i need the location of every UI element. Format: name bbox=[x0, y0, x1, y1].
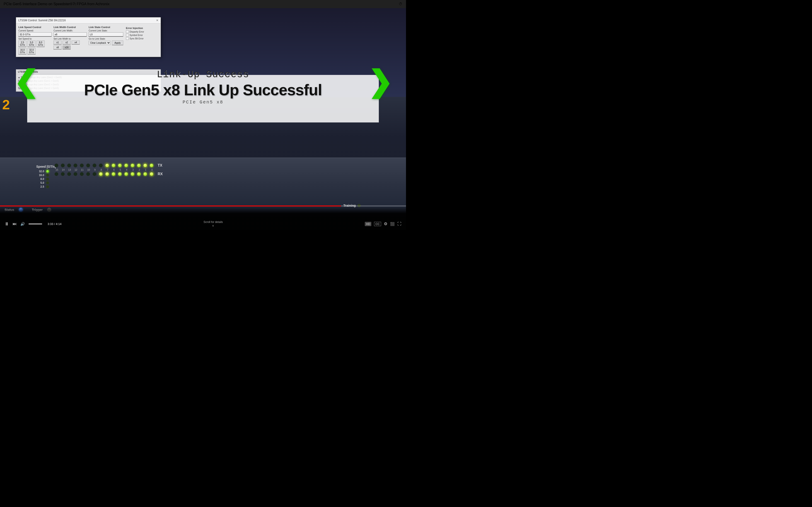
speed-btn-32[interactable]: 32.0GT/s bbox=[28, 48, 36, 55]
speed-row-8: 8.0 bbox=[36, 177, 56, 181]
tx-led-11 bbox=[80, 163, 84, 168]
set-width-label: Set Link Width to: bbox=[53, 38, 87, 40]
tx-led-0 bbox=[150, 163, 154, 168]
width-btn-x1[interactable]: x1 bbox=[53, 41, 62, 45]
page-title: PCIe Gen5 Interface Demo on Speedster®7t… bbox=[4, 2, 109, 6]
link-width-section: Link Width Control Current Link Width: x… bbox=[53, 26, 87, 55]
width-btn-x8[interactable]: x8 bbox=[53, 46, 62, 50]
symbol-error-label: Symbol Error bbox=[130, 34, 143, 37]
tx-led-12 bbox=[73, 163, 78, 168]
controls-left: ⏸ ⏭ 🔊 3:33 / 4:14 bbox=[5, 221, 61, 227]
lane-numbers: 15 14 13 12 11 10 9 8 7 6 5 4 3 2 1 0 bbox=[54, 168, 163, 171]
rx-led-12 bbox=[73, 172, 78, 176]
tx-led-15 bbox=[54, 163, 58, 168]
state-select-row: Clear Loopback Apply bbox=[89, 41, 123, 45]
chevron-left-icon: ❮ bbox=[14, 67, 38, 97]
current-speed-value: 32.0 GT/s bbox=[18, 33, 52, 37]
rx-label: RX bbox=[158, 172, 163, 176]
controls-right: HD CC ⚙ ⬛ ⛶ bbox=[365, 221, 401, 226]
tx-led-8 bbox=[99, 163, 103, 168]
link-state-section: Link State Control Current Link State: L… bbox=[89, 26, 123, 55]
speed-row-16: 16.0 bbox=[36, 174, 56, 177]
speed-led-16 bbox=[46, 174, 49, 177]
play-pause-button[interactable]: ⏸ bbox=[5, 221, 9, 227]
fullscreen-button[interactable]: ⛶ bbox=[397, 222, 401, 226]
top-bar: PCIe Gen5 Interface Demo on Speedster®7t… bbox=[0, 0, 406, 8]
rx-led-5 bbox=[118, 172, 122, 176]
next-button[interactable]: ⏭ bbox=[13, 222, 17, 226]
speed-title: Speed [GT/s] bbox=[36, 165, 56, 168]
rx-led-3 bbox=[131, 172, 135, 176]
speed-led-32 bbox=[46, 170, 49, 173]
go-to-state-label: Go to Link State: bbox=[89, 38, 123, 40]
speed-buttons: 2.5GT/s 5.0GT/s 8.0GT/s 16.0GT/s 32.0GT/… bbox=[18, 41, 52, 55]
ltssm-title: LTSSM Control: Summit Z58 SN:22216 bbox=[18, 19, 66, 22]
tx-led-14 bbox=[61, 163, 65, 168]
state-dropdown[interactable]: Clear Loopback bbox=[89, 41, 111, 45]
sync-bit-error-label: Sync Bit Error bbox=[130, 37, 144, 40]
link-width-title: Link Width Control bbox=[53, 26, 87, 29]
volume-bar[interactable] bbox=[29, 224, 42, 224]
speed-led-5 bbox=[46, 181, 49, 184]
symbol-error-checkbox[interactable] bbox=[126, 34, 129, 37]
set-speed-label: Set Speed to: bbox=[18, 38, 52, 40]
link-state-title: Link State Control bbox=[89, 26, 123, 29]
disparity-error-checkbox[interactable] bbox=[126, 30, 129, 33]
video-area[interactable]: 2 Speed [GT/s] 32.0 16.0 8.0 5.0 2.5 bbox=[0, 8, 406, 230]
speed-btn-2_5[interactable]: 2.5GT/s bbox=[18, 41, 27, 47]
scroll-for-details: Scroll for details bbox=[203, 220, 223, 224]
tx-led-7 bbox=[105, 163, 109, 168]
speed-labels: Speed [GT/s] 32.0 16.0 8.0 5.0 2.5 bbox=[36, 165, 56, 189]
clock-icon: ⏱ bbox=[399, 2, 402, 6]
speed-btn-5[interactable]: 5.0GT/s bbox=[28, 41, 36, 47]
speed-row-2_5: 2.5 bbox=[36, 185, 56, 188]
current-state-value: L0 bbox=[89, 33, 123, 37]
link-speed-title: Link Speed Control bbox=[18, 26, 52, 29]
error-injection-title: Error Injection bbox=[126, 27, 157, 30]
ltssm-window: LTSSM Control: Summit Z58 SN:22216 ✕ Lin… bbox=[16, 17, 161, 57]
rx-lane-row: RX bbox=[54, 172, 163, 176]
tx-led-6 bbox=[111, 163, 115, 168]
rx-led-14 bbox=[61, 172, 65, 176]
apply-button[interactable]: Apply bbox=[112, 41, 123, 45]
symbol-error-row: Symbol Error bbox=[126, 34, 157, 37]
sync-bit-error-checkbox[interactable] bbox=[126, 37, 129, 40]
ltssm-body: Link Speed Control Current Speed: 32.0 G… bbox=[16, 23, 161, 57]
width-btn-x4[interactable]: x4 bbox=[71, 41, 80, 45]
speed-btn-16[interactable]: 16.0GT/s bbox=[18, 48, 27, 55]
sync-bit-error-row: Sync Bit Error bbox=[126, 37, 157, 40]
tx-led-1 bbox=[143, 163, 147, 168]
subtitles-button[interactable]: CC bbox=[374, 222, 381, 226]
error-injection-section: Error Injection Disparity Error Symbol E… bbox=[125, 26, 158, 55]
tx-led-4 bbox=[124, 163, 128, 168]
controls-row: ⏸ ⏭ 🔊 3:33 / 4:14 Scroll for details ∨ H… bbox=[0, 220, 406, 230]
hd-button[interactable]: HD bbox=[365, 222, 371, 226]
width-btn-x2[interactable]: x2 bbox=[62, 41, 71, 45]
text-banner bbox=[27, 75, 379, 122]
bottom-controls: ⏸ ⏭ 🔊 3:33 / 4:14 Scroll for details ∨ H… bbox=[0, 207, 406, 230]
rx-led-13 bbox=[67, 172, 71, 176]
disparity-error-row: Disparity Error bbox=[126, 30, 157, 33]
speed-row-5: 5.0 bbox=[36, 181, 56, 184]
cast-button[interactable]: ⬛ bbox=[390, 222, 395, 226]
disparity-error-label: Disparity Error bbox=[130, 31, 144, 33]
speed-btn-8[interactable]: 8.0GT/s bbox=[37, 41, 45, 47]
rx-led-0 bbox=[150, 172, 154, 176]
rx-led-11 bbox=[80, 172, 84, 176]
controls-center: Scroll for details ∨ bbox=[203, 220, 223, 227]
tx-led-3 bbox=[131, 163, 135, 168]
speed-led-2_5 bbox=[46, 185, 49, 188]
scroll-chevron-down: ∨ bbox=[212, 224, 214, 227]
settings-button[interactable]: ⚙ bbox=[384, 221, 388, 226]
ltssm-titlebar: LTSSM Control: Summit Z58 SN:22216 ✕ bbox=[16, 17, 161, 23]
rx-led-2 bbox=[137, 172, 141, 176]
tx-led-13 bbox=[67, 163, 71, 168]
ltssm-close-button[interactable]: ✕ bbox=[156, 19, 158, 22]
current-state-label: Current Link State: bbox=[89, 30, 123, 32]
tx-led-10 bbox=[86, 163, 90, 168]
width-btn-x16[interactable]: x16 bbox=[62, 46, 71, 50]
tx-label: TX bbox=[158, 163, 162, 168]
current-width-value: x8 bbox=[53, 33, 87, 37]
link-speed-section: Link Speed Control Current Speed: 32.0 G… bbox=[18, 26, 52, 55]
volume-button[interactable]: 🔊 bbox=[20, 222, 25, 226]
